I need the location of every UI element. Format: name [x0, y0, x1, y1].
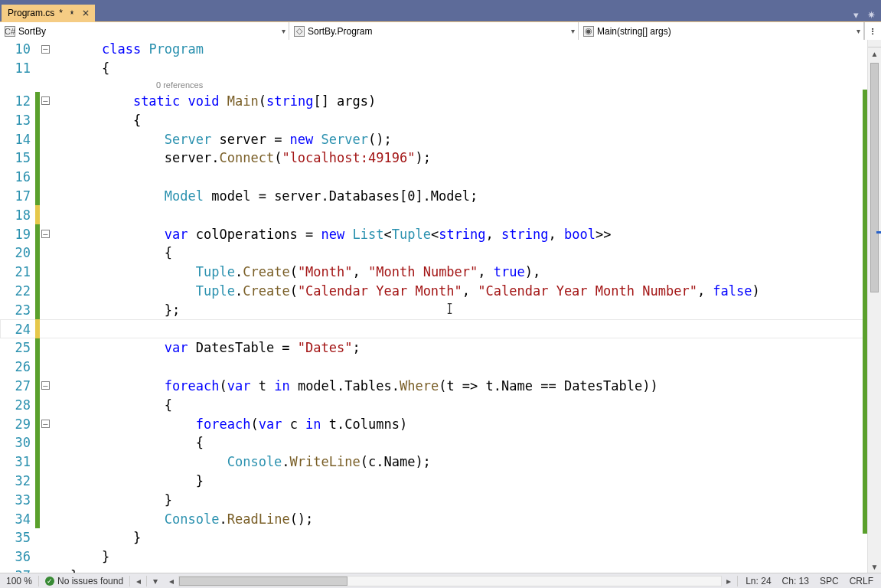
- issues-indicator[interactable]: ✓ No issues found: [38, 576, 129, 586]
- chevron-down-icon: ▾: [571, 27, 575, 35]
- scroll-up-icon[interactable]: ▲: [868, 47, 881, 60]
- file-tab-program[interactable]: Program.cs*: [2, 5, 95, 21]
- editor-body[interactable]: 10− class Program 11 { 0 references 12− …: [0, 40, 867, 573]
- breadcrumb-bar: C# SortBy ▾ ◇ SortBy.Program ▾ ◉ Main(st…: [0, 21, 881, 40]
- pin-icon[interactable]: [67, 8, 77, 18]
- scope-class-label: SortBy.Program: [308, 26, 372, 37]
- scope-class-dropdown[interactable]: ◇ SortBy.Program ▾: [289, 22, 579, 40]
- scope-method-dropdown[interactable]: ◉ Main(string[] args) ▾: [579, 22, 864, 40]
- split-box[interactable]: [868, 40, 881, 47]
- scroll-left-icon[interactable]: ◂: [166, 576, 177, 586]
- nav-options-icon[interactable]: ▾: [146, 576, 163, 586]
- status-col[interactable]: Ch: 13: [782, 576, 809, 586]
- hscroll-track[interactable]: [178, 576, 722, 586]
- tab-overflow-controls: ▾ ✷: [849, 8, 881, 21]
- scope-project-dropdown[interactable]: C# SortBy ▾: [0, 22, 289, 40]
- fold-toggle[interactable]: −: [41, 420, 50, 428]
- scope-project-label: SortBy: [18, 26, 46, 37]
- tab-settings-icon[interactable]: ✷: [864, 8, 878, 21]
- zoom-level[interactable]: 100 %: [0, 576, 38, 586]
- fold-toggle[interactable]: −: [41, 96, 50, 105]
- nav-back-icon[interactable]: ◂: [129, 576, 146, 586]
- split-view-icon[interactable]: ⫶: [864, 22, 881, 40]
- code-editor[interactable]: 10− class Program 11 { 0 references 12− …: [0, 40, 881, 573]
- status-bar: 100 % ✓ No issues found ◂ ▾ ◂ ▸ Ln: 24 C…: [0, 573, 881, 588]
- tab-modified-indicator: *: [59, 8, 63, 18]
- check-icon: ✓: [45, 577, 54, 586]
- class-icon: ◇: [294, 26, 305, 37]
- fold-toggle[interactable]: −: [41, 45, 50, 54]
- fold-toggle[interactable]: −: [41, 230, 50, 238]
- vertical-scrollbar[interactable]: ▲ ▼: [867, 40, 881, 573]
- current-line: 24: [0, 319, 867, 338]
- status-indent[interactable]: SPC: [820, 576, 839, 586]
- horizontal-scrollbar[interactable]: ◂ ▸: [163, 576, 737, 586]
- hscroll-thumb[interactable]: [179, 577, 348, 586]
- tab-filename: Program.cs: [8, 8, 54, 18]
- line-number: 10: [0, 41, 35, 57]
- overview-marker: [876, 231, 881, 234]
- chevron-down-icon: ▾: [282, 27, 286, 35]
- status-line[interactable]: Ln: 24: [746, 576, 771, 586]
- scope-method-label: Main(string[] args): [597, 26, 671, 37]
- codelens-references[interactable]: 0 references: [0, 78, 867, 92]
- scrollbar-thumb[interactable]: [870, 63, 879, 292]
- chevron-down-icon: ▾: [857, 27, 860, 35]
- tab-dropdown-icon[interactable]: ▾: [849, 8, 863, 21]
- tab-row: Program.cs* ▾ ✷: [0, 5, 881, 21]
- status-eol[interactable]: CRLF: [850, 576, 873, 586]
- method-icon: ◉: [583, 26, 594, 37]
- fold-toggle[interactable]: −: [41, 381, 50, 390]
- text-cursor-icon: [446, 302, 453, 316]
- scroll-down-icon[interactable]: ▼: [868, 560, 881, 573]
- csharp-icon: C#: [5, 26, 15, 37]
- close-icon[interactable]: [81, 8, 90, 18]
- scroll-right-icon[interactable]: ▸: [723, 576, 734, 586]
